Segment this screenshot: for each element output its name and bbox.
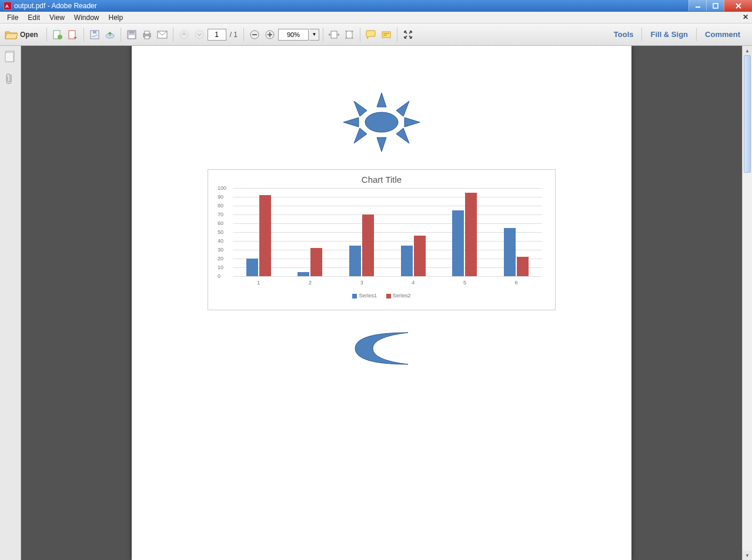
toolbar: Open / 1 90% ▼ Tools Fill & Sign Comment — [0, 24, 752, 46]
window-minimize-button[interactable] — [689, 0, 706, 11]
bar-Series2 — [465, 193, 477, 277]
window-maximize-button[interactable] — [706, 0, 724, 11]
read-mode-icon[interactable] — [401, 28, 415, 42]
zoom-dropdown-icon[interactable]: ▼ — [310, 29, 319, 41]
svg-rect-9 — [129, 31, 134, 33]
chart-x-tick-label: 4 — [412, 280, 415, 286]
bar-group: 1 — [244, 195, 273, 276]
cloud-icon[interactable] — [103, 28, 117, 42]
svg-marker-32 — [396, 101, 409, 116]
bar-Series1 — [401, 246, 413, 277]
vertical-scrollbar[interactable]: ▲ ▼ — [742, 46, 752, 560]
menu-file[interactable]: File — [2, 12, 23, 23]
svg-marker-27 — [377, 93, 386, 107]
folder-icon — [5, 29, 18, 40]
chart-y-tick-label: 10 — [218, 264, 223, 270]
svg-rect-10 — [129, 35, 135, 38]
svg-marker-31 — [354, 101, 367, 116]
svg-marker-29 — [343, 118, 359, 127]
svg-rect-23 — [346, 31, 352, 38]
svg-point-16 — [195, 31, 203, 39]
chart-gridline — [233, 276, 542, 277]
chart-title: Chart Title — [215, 175, 548, 185]
comment-panel-button[interactable]: Comment — [696, 28, 748, 41]
zoom-in-icon[interactable] — [263, 28, 277, 42]
svg-rect-21 — [269, 32, 270, 37]
scroll-up-icon[interactable]: ▲ — [743, 46, 752, 55]
zoom-level-box[interactable]: 90% — [278, 29, 309, 41]
sun-shape — [337, 93, 426, 152]
convert-pdf-icon[interactable] — [66, 28, 80, 42]
save-icon[interactable] — [88, 28, 102, 42]
fit-page-icon[interactable] — [342, 28, 356, 42]
fill-sign-panel-button[interactable]: Fill & Sign — [641, 28, 696, 41]
svg-marker-34 — [396, 128, 409, 143]
menu-view[interactable]: View — [45, 12, 69, 23]
menu-help[interactable]: Help — [104, 12, 128, 23]
nav-sidebar — [0, 46, 21, 560]
chart-y-tick-label: 20 — [218, 256, 223, 261]
legend-swatch — [352, 294, 357, 299]
chart-plot-area: 0102030405060708090100 123456 — [233, 188, 542, 282]
chart-y-tick-label: 30 — [218, 247, 223, 253]
chart-x-tick-label: 6 — [515, 280, 518, 286]
svg-point-4 — [58, 35, 62, 39]
svg-rect-2 — [713, 4, 718, 8]
bar-group: 5 — [450, 193, 479, 277]
bar-Series2 — [414, 236, 426, 276]
document-viewport[interactable]: Chart Title 0102030405060708090100 12345… — [21, 46, 742, 560]
pdf-page: Chart Title 0102030405060708090100 12345… — [132, 46, 631, 560]
open-label: Open — [20, 31, 38, 39]
bar-Series2 — [310, 248, 322, 276]
create-pdf-icon[interactable] — [51, 28, 65, 42]
bar-Series2 — [517, 257, 529, 276]
attachments-icon[interactable] — [5, 73, 16, 85]
menubar-close-icon[interactable]: ✕ — [743, 13, 748, 21]
svg-marker-28 — [377, 138, 386, 152]
bar-Series1 — [452, 210, 464, 277]
svg-rect-1 — [696, 6, 700, 8]
svg-marker-33 — [354, 128, 367, 143]
print-icon[interactable] — [140, 28, 154, 42]
chart-x-tick-label: 5 — [463, 280, 466, 286]
chart-x-tick-label: 3 — [360, 280, 363, 286]
bar-group: 4 — [399, 236, 428, 276]
save-disk-icon[interactable] — [125, 28, 139, 42]
annotate-icon[interactable] — [364, 28, 378, 42]
chart-x-tick-label: 2 — [309, 280, 312, 286]
bar-Series1 — [298, 272, 309, 277]
chart-container: Chart Title 0102030405060708090100 12345… — [208, 169, 556, 310]
scroll-down-icon[interactable]: ▼ — [743, 551, 752, 560]
svg-rect-24 — [382, 32, 390, 38]
chart-y-tick-label: 60 — [218, 220, 223, 226]
page-up-icon[interactable] — [177, 28, 191, 42]
chart-y-tick-label: 90 — [218, 194, 223, 200]
menu-bar: File Edit View Window Help ✕ — [0, 12, 752, 24]
fit-width-icon[interactable] — [327, 28, 341, 42]
email-icon[interactable] — [155, 28, 169, 42]
chart-y-tick-label: 50 — [218, 229, 223, 235]
legend-item: Series2 — [386, 293, 411, 299]
main-area: Chart Title 0102030405060708090100 12345… — [0, 46, 752, 560]
open-button[interactable]: Open — [4, 28, 43, 41]
window-title: output.pdf - Adobe Reader — [14, 2, 97, 10]
highlight-icon[interactable] — [379, 28, 393, 42]
menu-edit[interactable]: Edit — [23, 12, 45, 23]
page-down-icon[interactable] — [192, 28, 206, 42]
bar-Series2 — [259, 195, 271, 276]
svg-rect-12 — [145, 31, 149, 34]
scroll-thumb[interactable] — [744, 55, 751, 173]
chart-y-tick-label: 100 — [218, 185, 226, 191]
tools-panel-button[interactable]: Tools — [606, 28, 642, 41]
thumbnails-icon[interactable] — [5, 51, 16, 62]
svg-rect-18 — [252, 34, 257, 35]
chart-y-tick-label: 70 — [218, 212, 223, 217]
menu-window[interactable]: Window — [69, 12, 104, 23]
window-close-button[interactable] — [724, 0, 752, 11]
chart-y-tick-label: 40 — [218, 238, 223, 244]
page-number-input[interactable] — [208, 29, 226, 41]
zoom-out-icon[interactable] — [248, 28, 262, 42]
bar-Series1 — [504, 228, 516, 277]
chart-legend: Series1Series2 — [215, 293, 548, 299]
moon-shape — [349, 328, 414, 369]
